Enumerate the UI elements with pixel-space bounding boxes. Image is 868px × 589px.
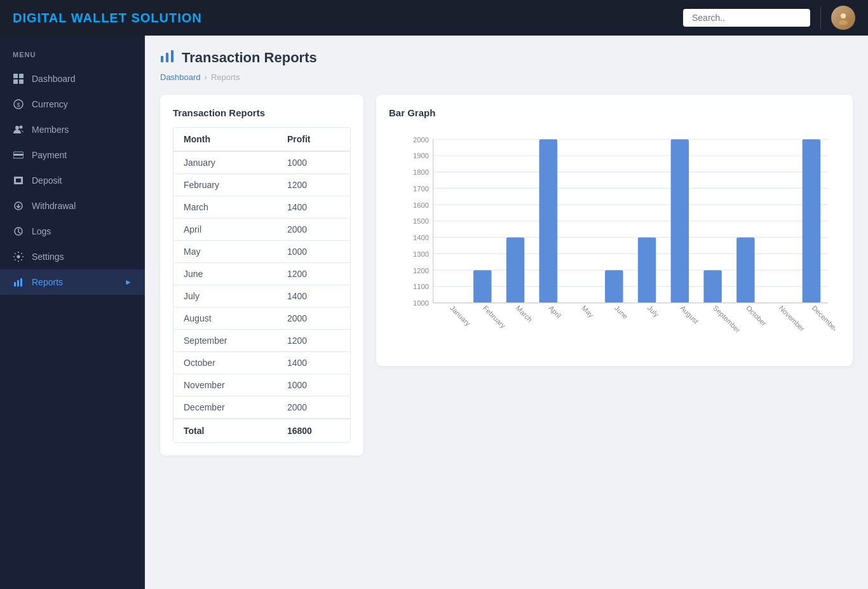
app-title: DIGITAL WALLET SOLUTION <box>13 11 202 25</box>
cell-month: June <box>173 263 277 285</box>
page-header-icon <box>160 48 175 67</box>
svg-text:July: July <box>646 304 661 319</box>
cell-month: September <box>173 330 277 352</box>
sidebar-item-withdrawal[interactable]: Withdrawal <box>0 193 145 219</box>
table-card-title: Transaction Reports <box>173 107 351 118</box>
table-row: April2000 <box>173 219 350 241</box>
svg-rect-24 <box>171 50 173 62</box>
reports-icon <box>13 276 24 288</box>
svg-point-8 <box>15 126 19 130</box>
table-row: November1000 <box>173 374 350 396</box>
total-value: 16800 <box>277 419 350 442</box>
cell-month: October <box>173 352 277 374</box>
cell-profit: 2000 <box>277 219 350 241</box>
sidebar-item-members-label: Members <box>32 125 69 135</box>
svg-text:April: April <box>547 304 562 320</box>
topnav-divider <box>820 6 821 29</box>
cell-month: February <box>173 174 277 196</box>
sidebar-item-payment[interactable]: Payment <box>0 142 145 168</box>
svg-text:August: August <box>679 304 700 326</box>
inner-table-wrapper: Month Profit January1000February1200Marc… <box>173 127 351 443</box>
search-input[interactable] <box>683 9 810 27</box>
page-title: Transaction Reports <box>182 50 317 66</box>
svg-text:$: $ <box>17 102 20 108</box>
cell-month: November <box>173 374 277 396</box>
sidebar-item-members[interactable]: Members <box>0 117 145 142</box>
table-row: September1200 <box>173 330 350 352</box>
svg-point-9 <box>20 126 23 129</box>
sidebar-item-withdrawal-label: Withdrawal <box>32 201 76 211</box>
svg-text:March: March <box>515 304 534 323</box>
svg-text:December: December <box>810 304 835 333</box>
breadcrumb-separator: › <box>205 72 207 82</box>
svg-text:1900: 1900 <box>413 152 429 159</box>
svg-text:1100: 1100 <box>413 283 429 290</box>
sidebar-item-settings[interactable]: Settings <box>0 244 145 269</box>
svg-text:May: May <box>580 304 595 320</box>
cell-month: August <box>173 308 277 330</box>
svg-rect-21 <box>20 278 22 287</box>
settings-icon <box>13 251 24 262</box>
total-label: Total <box>173 419 277 442</box>
svg-rect-20 <box>17 280 19 287</box>
table-row: December2000 <box>173 396 350 419</box>
cell-profit: 1400 <box>277 196 350 219</box>
main-content: Transaction Reports Dashboard › Reports … <box>145 36 868 589</box>
svg-rect-63 <box>703 270 721 302</box>
cell-month: March <box>173 196 277 219</box>
svg-rect-4 <box>13 79 18 84</box>
svg-text:1300: 1300 <box>413 250 429 258</box>
sidebar-item-currency-label: Currency <box>32 99 68 109</box>
sidebar-menu-label: MENU <box>0 46 145 66</box>
sidebar-item-deposit-label: Deposit <box>32 175 62 186</box>
cell-profit: 1400 <box>277 352 350 374</box>
bar-chart-svg: 1000110012001300140015001600170018001900… <box>394 132 835 346</box>
svg-rect-53 <box>539 139 557 302</box>
data-table: Month Profit January1000February1200Marc… <box>173 128 350 442</box>
topnav: DIGITAL WALLET SOLUTION <box>0 0 868 36</box>
sidebar-item-payment-label: Payment <box>32 150 67 160</box>
svg-point-0 <box>841 13 846 18</box>
sidebar-item-currency[interactable]: $ Currency <box>0 91 145 117</box>
svg-rect-57 <box>605 270 623 302</box>
sidebar-item-logs[interactable]: Logs <box>0 219 145 244</box>
table-row: August2000 <box>173 308 350 330</box>
svg-text:1800: 1800 <box>413 168 429 176</box>
cell-profit: 2000 <box>277 308 350 330</box>
svg-text:June: June <box>613 304 630 321</box>
breadcrumb-current: Reports <box>211 72 240 82</box>
cell-month: December <box>173 396 277 419</box>
table-row: June1200 <box>173 263 350 285</box>
cell-profit: 1200 <box>277 174 350 196</box>
avatar[interactable] <box>831 6 855 30</box>
sidebar-item-dashboard[interactable]: Dashboard <box>0 66 145 91</box>
col-month-header: Month <box>173 128 277 151</box>
col-profit-header: Profit <box>277 128 350 151</box>
cell-month: July <box>173 285 277 308</box>
logs-icon <box>13 226 24 237</box>
svg-rect-11 <box>13 154 24 156</box>
sidebar-item-reports-label: Reports <box>32 277 63 287</box>
table-row: January1000 <box>173 151 350 174</box>
table-card: Transaction Reports Month Profit January… <box>160 95 363 456</box>
svg-rect-23 <box>166 53 168 62</box>
svg-text:1600: 1600 <box>413 201 429 209</box>
table-row: May1000 <box>173 241 350 263</box>
sidebar-item-deposit[interactable]: Deposit <box>0 168 145 193</box>
svg-point-1 <box>839 20 848 25</box>
svg-rect-2 <box>13 74 18 78</box>
svg-text:September: September <box>712 304 742 334</box>
withdrawal-icon <box>13 200 24 212</box>
svg-rect-61 <box>671 139 689 302</box>
svg-text:February: February <box>482 304 507 330</box>
svg-text:November: November <box>778 304 806 333</box>
svg-text:1700: 1700 <box>413 185 429 193</box>
cell-profit: 1200 <box>277 330 350 352</box>
deposit-icon <box>13 175 24 186</box>
sidebar-item-reports[interactable]: Reports ► <box>0 269 145 295</box>
svg-rect-3 <box>19 74 24 78</box>
svg-text:1500: 1500 <box>413 217 429 225</box>
svg-rect-15 <box>21 177 23 184</box>
breadcrumb-parent[interactable]: Dashboard <box>160 72 201 82</box>
bar-graph-title: Bar Graph <box>389 107 840 118</box>
